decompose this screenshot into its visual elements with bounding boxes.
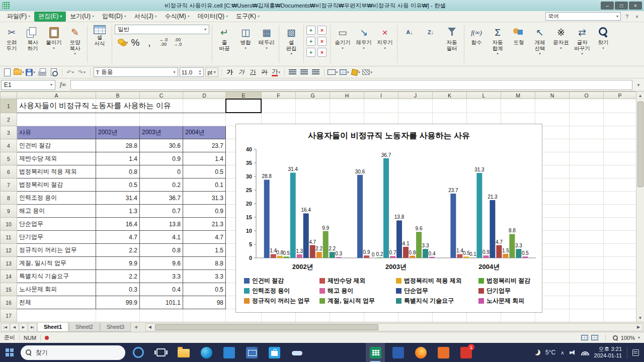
- task-view-button[interactable]: [151, 343, 171, 362]
- cell-C11[interactable]: 4.1: [140, 231, 183, 244]
- pattern-button[interactable]: ▾: [362, 67, 372, 77]
- cell-O5[interactable]: [570, 152, 604, 165]
- column-header-H[interactable]: H: [330, 92, 364, 99]
- maximize-button[interactable]: □: [615, 2, 628, 10]
- cell-P6[interactable]: [604, 165, 636, 178]
- menu-item-input[interactable]: 입력(D)▾: [98, 12, 130, 22]
- cell-O1[interactable]: [570, 99, 604, 113]
- cell-B13[interactable]: 9.9: [96, 257, 140, 270]
- sheet-tab-sheet3[interactable]: Sheet3: [100, 323, 131, 332]
- photos-button[interactable]: [219, 343, 238, 362]
- normal-view-icon[interactable]: [581, 335, 588, 340]
- cell-A2[interactable]: [17, 113, 96, 126]
- cell-D15[interactable]: 0.5: [183, 283, 226, 296]
- undo-button[interactable]: ↶▾: [65, 67, 75, 77]
- menu-item-format[interactable]: 서식(J)▾: [130, 12, 161, 22]
- cell-J1[interactable]: [398, 99, 433, 113]
- align-left-button[interactable]: [288, 67, 298, 77]
- sheet-tab-sheet1[interactable]: Sheet1: [37, 323, 68, 332]
- taskbar-search-box[interactable]: 찾기: [21, 345, 125, 360]
- hide-button[interactable]: ▭숨기기▾: [332, 24, 353, 52]
- cortana-button[interactable]: [129, 343, 148, 362]
- close-document-button[interactable]: ×: [633, 13, 641, 21]
- cell-P11[interactable]: [604, 231, 636, 244]
- cell-D13[interactable]: 8.8: [183, 257, 226, 270]
- cell-P4[interactable]: [604, 139, 636, 152]
- column-header-I[interactable]: I: [364, 92, 398, 99]
- comma-button[interactable]: ,: [143, 36, 156, 48]
- cell-L1[interactable]: [467, 99, 501, 113]
- cell-A5[interactable]: 제반수당 제외: [17, 152, 96, 165]
- wifi-icon[interactable]: [581, 350, 589, 355]
- column-header-M[interactable]: M: [501, 92, 535, 99]
- column-header-L[interactable]: L: [467, 92, 501, 99]
- cell-K1[interactable]: [433, 99, 467, 113]
- formula-input[interactable]: [70, 80, 632, 90]
- column-header-D[interactable]: D: [183, 92, 226, 99]
- hword-button[interactable]: [388, 343, 408, 362]
- tab-nav-2[interactable]: ▶: [19, 323, 28, 331]
- menu-item-view[interactable]: 보기(U)▾: [66, 12, 98, 22]
- row-header-6[interactable]: 6: [1, 165, 17, 178]
- cell-format-button[interactable]: 셀 서식: [89, 24, 110, 48]
- percent-button[interactable]: %: [129, 36, 142, 48]
- cell-B9[interactable]: 1.3: [96, 205, 140, 218]
- cell-O14[interactable]: [570, 270, 604, 283]
- row-header-13[interactable]: 13: [1, 257, 17, 270]
- row-header-11[interactable]: 11: [1, 231, 17, 244]
- find-button[interactable]: 찾기▾: [593, 24, 614, 52]
- column-header-J[interactable]: J: [398, 92, 433, 99]
- fill-color-button[interactable]: ▾: [351, 67, 361, 77]
- column-header-E[interactable]: E: [226, 92, 262, 99]
- font-size-input[interactable]: 11.0▲▼: [180, 67, 204, 77]
- scroll-right-icon[interactable]: ▶: [634, 324, 642, 331]
- table-button[interactable]: ▾: [339, 67, 349, 77]
- macro-record-icon[interactable]: [45, 336, 49, 340]
- number-format-select[interactable]: 일반▾: [115, 25, 209, 34]
- cell-D17[interactable]: [183, 309, 226, 322]
- cell-B12[interactable]: 2.2: [96, 244, 140, 257]
- cell-C12[interactable]: 0.8: [140, 244, 183, 257]
- chevron-down-icon[interactable]: ▾: [638, 335, 640, 340]
- store-button[interactable]: [265, 343, 284, 362]
- column-header-P[interactable]: P: [604, 92, 636, 99]
- cell-C8[interactable]: 36.7: [140, 192, 183, 205]
- tab-nav-0[interactable]: |◀: [1, 323, 10, 331]
- row-header-17[interactable]: 17: [1, 309, 17, 322]
- horizontal-scrollbar[interactable]: ◀▶: [145, 323, 643, 331]
- align-right-button[interactable]: [311, 67, 321, 77]
- hancell-button[interactable]: [366, 343, 385, 362]
- cell-B17[interactable]: [96, 309, 140, 322]
- insert-function-button[interactable]: f∞: [57, 80, 69, 90]
- delete-row-button[interactable]: ×: [317, 26, 327, 35]
- cell-O17[interactable]: [570, 309, 604, 322]
- merge-center-button[interactable]: ▾: [328, 67, 338, 77]
- menu-item-formula[interactable]: 수식(M)▾: [161, 12, 194, 22]
- edge-button[interactable]: [197, 343, 216, 362]
- cell-H1[interactable]: [330, 99, 364, 113]
- close-button[interactable]: ×: [629, 2, 642, 10]
- select-all-corner[interactable]: [1, 92, 17, 99]
- currency-button[interactable]: ▾: [115, 36, 128, 48]
- row-header-14[interactable]: 14: [1, 270, 17, 283]
- cell-P8[interactable]: [604, 192, 636, 205]
- cell-P2[interactable]: [604, 113, 636, 126]
- cell-edit-button[interactable]: ▧셀 편집▾: [281, 24, 302, 57]
- page-view-icon[interactable]: [591, 335, 598, 340]
- row-header-15[interactable]: 15: [1, 283, 17, 296]
- chart-object[interactable]: 사용자들이 비정규직 노동자를 사용하는 사유05101520253035402…: [235, 124, 542, 313]
- sort-descending-button[interactable]: Z↓: [420, 24, 441, 41]
- increase-decimal-button[interactable]: ←.0 .00: [157, 36, 170, 48]
- replace-button[interactable]: ⇄글자 바꾸기▾: [572, 24, 593, 57]
- italic-button[interactable]: 가: [236, 67, 247, 77]
- hanshow-button[interactable]: [434, 343, 453, 362]
- cell-N1[interactable]: [535, 99, 570, 113]
- cell-A14[interactable]: 특별지식 기술요구: [17, 270, 96, 283]
- cell-P5[interactable]: [604, 152, 636, 165]
- cell-P3[interactable]: [604, 126, 636, 139]
- cell-M1[interactable]: [501, 99, 535, 113]
- tab-nav-1[interactable]: ◀: [10, 323, 19, 331]
- cell-A6[interactable]: 법정복리비 적용 제외: [17, 165, 96, 178]
- scroll-up-icon[interactable]: ▲: [636, 92, 644, 100]
- cell-A11[interactable]: 단기업무: [17, 231, 96, 244]
